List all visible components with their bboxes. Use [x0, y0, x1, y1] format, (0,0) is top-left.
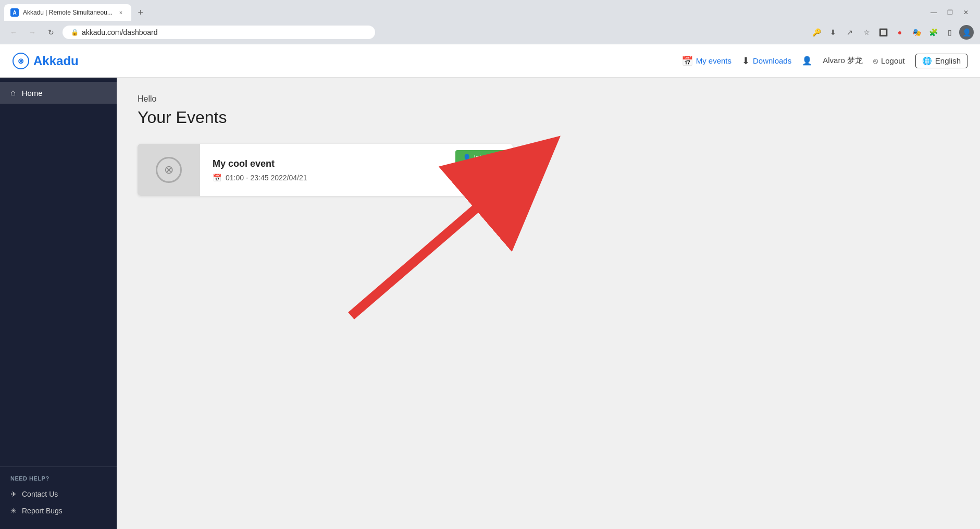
app-header: ⊗ Akkadu 📅 My events ⬇ Downloads 👤 Alvar…	[0, 44, 980, 78]
header-nav: 📅 My events ⬇ Downloads 👤 Alvaro 梦龙 ⎋ Lo…	[681, 54, 967, 68]
logo[interactable]: ⊗ Akkadu	[13, 53, 79, 69]
logo-text: Akkadu	[33, 54, 79, 68]
extension-icon-2[interactable]: ●	[892, 25, 907, 40]
contact-us-item[interactable]: ✈ Contact Us	[0, 486, 117, 502]
event-time: 📅 01:00 - 23:45 2022/04/21	[213, 174, 500, 182]
interpret-button[interactable]: 👤 Interpret	[455, 150, 506, 165]
share-icon[interactable]: ↗	[842, 25, 857, 40]
sidebar-toggle[interactable]: ▯	[942, 25, 957, 40]
sidebar-nav: ⌂ Home	[0, 78, 117, 466]
extension-icon-3[interactable]: 🎭	[909, 25, 924, 40]
logout-label: Logout	[881, 56, 905, 65]
new-tab-button[interactable]: +	[133, 5, 148, 20]
lock-icon: 🔒	[71, 29, 79, 36]
my-events-nav[interactable]: 📅 My events	[681, 55, 731, 67]
back-button[interactable]: ←	[6, 25, 21, 40]
browser-chrome: A Akkadu | Remote Simultaneou... × + — ❐…	[0, 0, 980, 44]
hello-text: Hello	[138, 94, 959, 104]
key-icon[interactable]: 🔑	[809, 25, 824, 40]
sidebar-item-home[interactable]: ⌂ Home	[0, 82, 117, 104]
address-bar: ← → ↻ 🔒 akkadu.com/dashboard 🔑 ⬇ ↗ ☆ 🔲 ●…	[0, 21, 980, 44]
window-controls: — ❐ ✕	[927, 8, 976, 17]
calendar-icon: 📅	[681, 55, 693, 67]
app-container: ⊗ Akkadu 📅 My events ⬇ Downloads 👤 Alvar…	[0, 44, 980, 529]
tab-title: Akkadu | Remote Simultaneou...	[23, 9, 113, 16]
sidebar: ⌂ Home NEED HELP? ✈ Contact Us ✳ Report …	[0, 78, 117, 529]
language-label: English	[935, 56, 961, 65]
downloads-nav[interactable]: ⬇ Downloads	[742, 55, 791, 67]
minimize-button[interactable]: —	[927, 8, 940, 17]
event-thumbnail: ⊗	[138, 144, 200, 196]
maximize-button[interactable]: ❐	[944, 8, 956, 17]
flag-icon: 🌐	[922, 56, 932, 66]
profile-button[interactable]: 👤	[959, 25, 974, 40]
event-time-text: 01:00 - 23:45 2022/04/21	[226, 174, 307, 182]
download-icon[interactable]: ⬇	[826, 25, 840, 40]
url-text: akkadu.com/dashboard	[82, 28, 158, 36]
url-bar[interactable]: 🔒 akkadu.com/dashboard	[63, 26, 375, 39]
sidebar-footer: NEED HELP? ✈ Contact Us ✳ Report Bugs	[0, 466, 117, 529]
language-button[interactable]: 🌐 English	[915, 54, 967, 68]
bugs-label: Report Bugs	[22, 507, 63, 515]
forward-button[interactable]: →	[25, 25, 40, 40]
active-tab[interactable]: A Akkadu | Remote Simultaneou... ×	[4, 4, 131, 21]
sidebar-home-label: Home	[22, 89, 43, 97]
tab-close-button[interactable]: ×	[117, 8, 125, 17]
bug-icon: ✳	[10, 507, 17, 515]
toolbar-icons: 🔑 ⬇ ↗ ☆ 🔲 ● 🎭 🧩 ▯ 👤	[809, 25, 974, 40]
report-bugs-item[interactable]: ✳ Report Bugs	[0, 502, 117, 519]
extension-icon-1[interactable]: 🔲	[876, 25, 890, 40]
close-button[interactable]: ✕	[960, 8, 972, 17]
event-card: ⊗ My cool event 📅 01:00 - 23:45 2022/04/…	[138, 144, 513, 196]
user-name: Alvaro 梦龙	[823, 56, 863, 66]
reload-button[interactable]: ↻	[44, 25, 58, 40]
tab-favicon: A	[10, 8, 19, 17]
downloads-label: Downloads	[753, 56, 791, 65]
main-layout: ⌂ Home NEED HELP? ✈ Contact Us ✳ Report …	[0, 78, 980, 529]
interpret-icon: 👤	[463, 154, 471, 162]
user-avatar-icon: 👤	[802, 56, 812, 66]
content-area: Hello Your Events ⊗ My cool event 📅 01:0…	[117, 78, 980, 529]
bookmark-icon[interactable]: ☆	[859, 25, 874, 40]
interpret-label: Interpret	[474, 154, 499, 162]
event-thumb-icon: ⊗	[156, 157, 182, 183]
home-icon: ⌂	[10, 88, 16, 97]
logout-icon: ⎋	[873, 56, 878, 65]
contact-icon: ✈	[10, 490, 17, 498]
extensions-button[interactable]: 🧩	[926, 25, 940, 40]
downloads-icon: ⬇	[742, 55, 750, 67]
contact-label: Contact Us	[22, 490, 58, 498]
my-events-label: My events	[696, 56, 731, 65]
logo-icon: ⊗	[13, 53, 29, 69]
page-title: Your Events	[138, 108, 959, 127]
tab-bar: A Akkadu | Remote Simultaneou... × + — ❐…	[0, 0, 980, 21]
clock-icon: 📅	[213, 174, 221, 182]
logout-button[interactable]: ⎋ Logout	[873, 56, 905, 65]
content-wrapper: ⊗ My cool event 📅 01:00 - 23:45 2022/04/…	[138, 144, 959, 196]
need-help-title: NEED HELP?	[0, 475, 117, 486]
